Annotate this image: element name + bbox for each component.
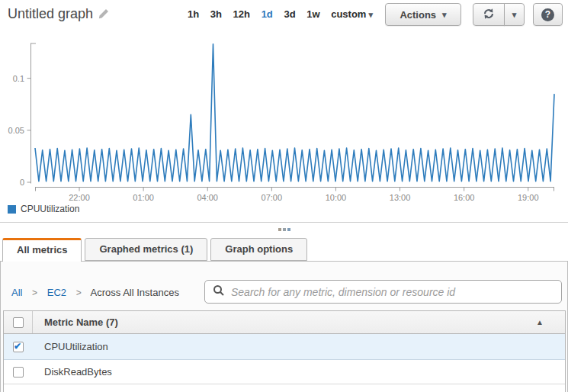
column-header-metric-name[interactable]: Metric Name (7) — [33, 316, 118, 328]
check-icon: ✔ — [14, 341, 21, 352]
svg-text:16:00: 16:00 — [454, 193, 475, 202]
edit-title-icon[interactable] — [98, 8, 110, 23]
svg-text:07:00: 07:00 — [262, 193, 283, 202]
metrics-tabs: All metrics Graphed metrics (1) Graph op… — [2, 238, 310, 262]
table-row-cpuutilization[interactable]: ✔ CPUUtilization — [4, 334, 565, 360]
time-range-3h[interactable]: 3h — [210, 8, 222, 20]
question-mark-icon: ? — [541, 8, 554, 21]
select-all-checkbox[interactable] — [13, 317, 24, 328]
actions-label: Actions — [400, 9, 436, 21]
svg-text:04:00: 04:00 — [197, 193, 218, 202]
metrics-chart-area: 00.050.122:0001:0004:0007:0010:0013:0016… — [0, 34, 568, 202]
svg-text:01:00: 01:00 — [133, 193, 154, 202]
graph-title: Untitled graph — [8, 6, 93, 22]
search-icon — [213, 284, 225, 300]
actions-button[interactable]: Actions ▾ — [385, 3, 461, 26]
time-range-selector: 1h 3h 12h 1d 3d 1w custom▾ — [188, 8, 373, 20]
svg-text:22:00: 22:00 — [69, 193, 90, 202]
refresh-options-button[interactable]: ▾ — [504, 3, 525, 26]
chevron-down-icon: ▾ — [368, 10, 373, 19]
breadcrumb-across-all-instances: Across All Instances — [91, 287, 179, 298]
table-row-partial — [4, 384, 565, 392]
refresh-button[interactable] — [473, 3, 505, 26]
time-range-12h[interactable]: 12h — [233, 8, 250, 20]
table-row-diskreadbytes[interactable]: DiskReadBytes — [4, 360, 565, 384]
metric-name-cell: DiskReadBytes — [33, 366, 112, 378]
search-input[interactable] — [225, 286, 561, 298]
svg-text:10:00: 10:00 — [326, 193, 347, 202]
legend-label: CPUUtilization — [21, 204, 79, 214]
time-range-1d[interactable]: 1d — [262, 8, 273, 20]
splitter-drag-handle[interactable] — [278, 228, 291, 231]
row-checkbox-cell — [4, 360, 33, 384]
time-range-1h[interactable]: 1h — [188, 8, 199, 20]
metrics-table-header[interactable]: Metric Name (7) ▲ — [4, 311, 565, 334]
metric-name-cell: CPUUtilization — [33, 341, 108, 352]
all-metrics-panel: All > EC2 > Across All Instances Metric … — [0, 261, 568, 392]
breadcrumb-all[interactable]: All — [11, 287, 22, 298]
tab-graphed-metrics[interactable]: Graphed metrics (1) — [85, 238, 207, 261]
time-range-1w[interactable]: 1w — [306, 8, 319, 20]
refresh-icon — [483, 8, 495, 22]
row-checkbox-unchecked[interactable] — [13, 367, 24, 378]
chevron-down-icon: ▾ — [512, 10, 517, 20]
tab-all-metrics[interactable]: All metrics — [2, 238, 82, 262]
legend-item-cpuutilization[interactable]: CPUUtilization — [8, 204, 79, 214]
select-all-cell — [4, 311, 33, 333]
metrics-line-chart[interactable]: 00.050.122:0001:0004:0007:0010:0013:0016… — [0, 34, 568, 202]
chevron-down-icon: ▾ — [442, 10, 447, 20]
panel-divider — [0, 222, 568, 223]
sort-ascending-icon: ▲ — [536, 318, 544, 326]
time-range-custom[interactable]: custom▾ — [331, 8, 373, 20]
breadcrumb: All > EC2 > Across All Instances — [11, 281, 179, 304]
graph-toolbar: Untitled graph 1h 3h 12h 1d 3d 1w custom… — [0, 0, 568, 34]
help-button[interactable]: ? — [533, 3, 563, 26]
breadcrumb-ec2[interactable]: EC2 — [47, 287, 66, 298]
custom-label: custom — [331, 8, 366, 20]
tab-graph-options[interactable]: Graph options — [210, 238, 307, 261]
breadcrumb-separator-icon: > — [76, 288, 82, 298]
metrics-table: Metric Name (7) ▲ ✔ CPUUtilization DiskR… — [3, 310, 566, 392]
svg-text:0.1: 0.1 — [13, 74, 24, 83]
time-range-3d[interactable]: 3d — [284, 8, 295, 20]
svg-text:0.05: 0.05 — [8, 126, 24, 135]
svg-text:0: 0 — [20, 178, 24, 187]
breadcrumb-separator-icon: > — [32, 288, 37, 298]
svg-text:13:00: 13:00 — [390, 193, 411, 202]
row-checkbox-cell: ✔ — [4, 334, 33, 359]
metric-search-box — [204, 280, 562, 304]
legend-swatch — [8, 205, 16, 214]
svg-text:19:00: 19:00 — [518, 193, 539, 202]
row-checkbox-checked[interactable]: ✔ — [13, 342, 24, 352]
